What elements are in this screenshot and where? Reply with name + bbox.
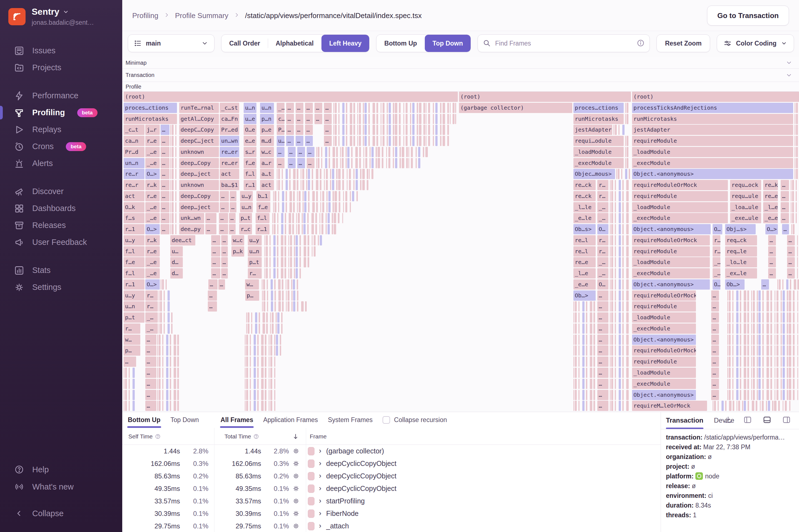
flame-frame[interactable]: (root): [124, 92, 458, 102]
flame-frame[interactable]: [170, 169, 171, 179]
flame-frame[interactable]: [124, 401, 125, 411]
flame-frame[interactable]: [797, 268, 798, 279]
flame-frame[interactable]: [625, 158, 626, 168]
flame-frame[interactable]: [340, 147, 341, 157]
flame-frame[interactable]: [408, 147, 409, 157]
flame-frame[interactable]: [294, 257, 295, 267]
flame-frame[interactable]: …: [781, 191, 789, 201]
flame-frame[interactable]: O…>: [145, 169, 160, 179]
flame-frame[interactable]: [129, 368, 130, 378]
sidebar-item-stats[interactable]: Stats: [0, 262, 122, 279]
flame-frame[interactable]: [593, 301, 595, 311]
flame-frame[interactable]: [615, 257, 616, 267]
flame-frame[interactable]: [615, 323, 616, 334]
flame-frame[interactable]: [766, 301, 769, 311]
flame-frame[interactable]: [261, 390, 264, 400]
flame-frame[interactable]: [334, 191, 337, 201]
flame-frame[interactable]: [124, 368, 125, 378]
flame-frame[interactable]: …: [597, 390, 609, 400]
flame-frame[interactable]: [423, 136, 425, 146]
flame-frame[interactable]: u…n: [260, 103, 274, 113]
flame-frame[interactable]: [593, 379, 595, 389]
flame-frame[interactable]: [573, 312, 574, 323]
flame-frame[interactable]: [626, 213, 629, 223]
flame-frame[interactable]: [777, 345, 778, 356]
flame-frame[interactable]: [752, 401, 754, 411]
flame-frame[interactable]: _c…t: [124, 125, 145, 135]
flame-frame[interactable]: [171, 312, 172, 323]
flame-frame[interactable]: [578, 390, 579, 400]
flame-frame[interactable]: [261, 345, 264, 356]
flame-frame[interactable]: [582, 345, 584, 356]
flame-frame[interactable]: [168, 312, 170, 323]
flame-frame[interactable]: …: [296, 103, 303, 113]
flame-frame[interactable]: [355, 158, 358, 168]
flame-frame[interactable]: [157, 357, 158, 367]
flame-frame[interactable]: [264, 268, 265, 279]
flame-frame[interactable]: [247, 323, 249, 334]
flame-frame[interactable]: [792, 180, 794, 190]
flame-frame[interactable]: [342, 158, 343, 168]
flame-frame[interactable]: [268, 368, 270, 378]
flame-frame[interactable]: [732, 401, 734, 411]
flame-frame[interactable]: un…n: [124, 158, 145, 168]
flame-frame[interactable]: [797, 368, 798, 378]
flame-frame[interactable]: [250, 357, 251, 367]
flame-frame[interactable]: [748, 401, 749, 411]
flame-frame[interactable]: [744, 323, 746, 334]
flame-frame[interactable]: [610, 257, 611, 267]
flame-frame[interactable]: [175, 191, 176, 201]
flame-frame[interactable]: [782, 279, 783, 290]
flame-frame[interactable]: [753, 357, 755, 367]
flame-frame[interactable]: [369, 169, 370, 179]
flame-frame[interactable]: [417, 125, 418, 135]
flame-frame[interactable]: _lo…le: [725, 257, 757, 267]
flame-frame[interactable]: [172, 191, 174, 201]
flame-frame[interactable]: [729, 368, 731, 378]
flame-frame[interactable]: …: [782, 224, 789, 234]
flame-frame[interactable]: act: [260, 180, 274, 190]
flame-frame[interactable]: …: [219, 224, 228, 234]
flame-frame[interactable]: [299, 202, 301, 212]
flame-frame[interactable]: …: [286, 125, 294, 135]
flame-frame[interactable]: [412, 125, 414, 135]
flame-frame[interactable]: [787, 323, 788, 334]
flame-frame[interactable]: [615, 268, 616, 279]
flame-frame[interactable]: [265, 335, 266, 345]
flame-frame[interactable]: [783, 379, 785, 389]
flame-frame[interactable]: [615, 246, 616, 256]
flame-frame[interactable]: [270, 368, 272, 378]
flame-frame[interactable]: [626, 368, 629, 378]
flame-frame[interactable]: [297, 191, 298, 201]
flame-frame[interactable]: [793, 323, 795, 334]
flame-frame[interactable]: …: [288, 147, 296, 157]
flame-frame[interactable]: …: [124, 357, 136, 367]
flame-frame[interactable]: …: [781, 213, 789, 223]
flame-frame[interactable]: [254, 401, 256, 411]
flame-frame[interactable]: [342, 125, 345, 135]
flame-frame[interactable]: [278, 301, 281, 311]
flame-frame[interactable]: [255, 323, 257, 334]
flame-frame[interactable]: a…r: [260, 158, 274, 168]
flame-frame[interactable]: d…: [170, 257, 183, 267]
flame-frame[interactable]: …: [286, 103, 294, 113]
flame-frame[interactable]: [626, 235, 629, 245]
flame-frame[interactable]: _…e: [145, 202, 160, 212]
flame-frame[interactable]: [330, 169, 331, 179]
flame-frame[interactable]: [610, 379, 611, 389]
flame-frame[interactable]: [762, 290, 764, 301]
flame-frame[interactable]: re…e: [763, 191, 778, 201]
gear-icon[interactable]: [292, 522, 300, 530]
flame-frame[interactable]: …: [145, 335, 156, 345]
flame-frame[interactable]: [575, 357, 577, 367]
flame-frame[interactable]: [736, 345, 739, 356]
flame-frame[interactable]: [172, 125, 174, 135]
flame-frame[interactable]: [751, 335, 752, 345]
flame-frame[interactable]: [762, 401, 764, 411]
flame-frame[interactable]: [383, 103, 385, 113]
flame-frame[interactable]: [783, 401, 783, 411]
flame-frame[interactable]: _l…e: [573, 268, 596, 279]
flame-frame[interactable]: [172, 202, 174, 212]
flame-frame[interactable]: [387, 114, 388, 124]
flame-frame[interactable]: [272, 323, 274, 334]
